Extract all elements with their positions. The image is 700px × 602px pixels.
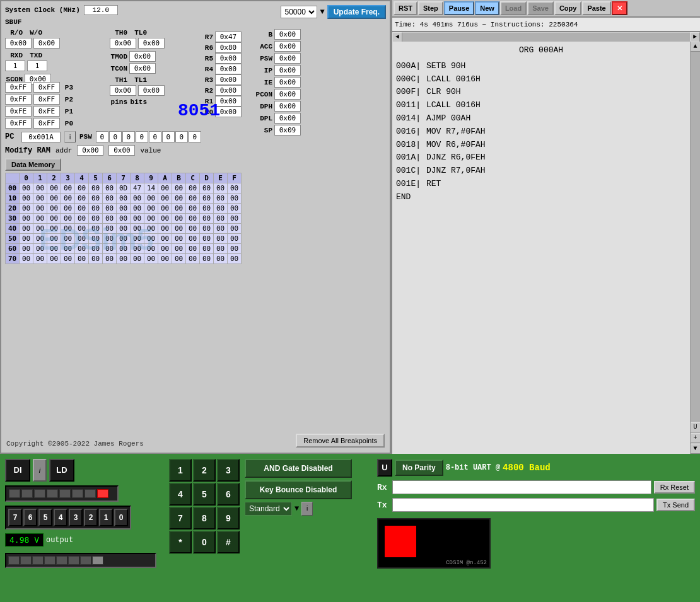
mem-cell-7-5[interactable]: 00 xyxy=(89,254,103,264)
close-button[interactable]: ✕ xyxy=(612,1,627,15)
mem-cell-7-4[interactable]: 00 xyxy=(75,254,89,264)
mem-cell-3-12[interactable]: 00 xyxy=(186,214,200,224)
scroll-down-button[interactable]: ▼ xyxy=(691,444,701,454)
led-2[interactable] xyxy=(34,489,45,498)
num-key-3[interactable]: 3 xyxy=(69,509,83,526)
rst-button[interactable]: RST xyxy=(394,1,417,15)
r5-input[interactable] xyxy=(215,53,242,64)
scroll-plus2[interactable]: + xyxy=(691,433,701,443)
mem-cell-4-10[interactable]: 00 xyxy=(158,224,172,234)
mem-cell-1-6[interactable]: 00 xyxy=(103,194,117,204)
mem-cell-2-10[interactable]: 00 xyxy=(158,204,172,214)
update-freq-button[interactable]: Update Freq. xyxy=(327,5,386,19)
num-key-5[interactable]: 5 xyxy=(38,509,52,526)
mem-cell-6-1[interactable]: 00 xyxy=(33,244,47,254)
mem-cell-4-5[interactable]: 00 xyxy=(89,224,103,234)
mem-cell-7-10[interactable]: 00 xyxy=(158,254,172,264)
mem-cell-1-11[interactable]: 00 xyxy=(172,194,186,204)
p0-pins[interactable] xyxy=(5,118,32,129)
mem-cell-4-2[interactable]: 00 xyxy=(47,224,61,234)
mem-cell-0-4[interactable]: 00 xyxy=(75,183,89,194)
pc-i-button[interactable]: i xyxy=(64,131,76,142)
p1-bits[interactable] xyxy=(33,106,60,117)
mem-cell-4-7[interactable]: 00 xyxy=(117,224,131,234)
mem-cell-6-12[interactable]: 00 xyxy=(186,244,200,254)
acc-input[interactable] xyxy=(274,41,301,52)
mem-cell-5-6[interactable]: 00 xyxy=(103,234,117,244)
mem-cell-6-7[interactable]: 00 xyxy=(117,244,131,254)
keypad-key-4[interactable]: 4 xyxy=(169,483,192,506)
mem-cell-1-2[interactable]: 00 xyxy=(47,194,61,204)
mem-cell-6-2[interactable]: 00 xyxy=(47,244,61,254)
mem-cell-5-14[interactable]: 00 xyxy=(214,234,228,244)
led-4[interactable] xyxy=(59,489,71,498)
mem-cell-0-8[interactable]: 47 xyxy=(131,183,144,194)
mem-cell-1-14[interactable]: 00 xyxy=(214,194,228,204)
mem-cell-6-8[interactable]: 00 xyxy=(131,244,144,254)
keypad-key-2[interactable]: 2 xyxy=(193,459,216,482)
mem-cell-7-7[interactable]: 00 xyxy=(117,254,131,264)
mem-cell-0-12[interactable]: 00 xyxy=(186,183,200,194)
tho-input[interactable] xyxy=(110,38,136,49)
mem-cell-5-11[interactable]: 00 xyxy=(172,234,186,244)
led-1[interactable] xyxy=(21,489,33,498)
keypad-key-5[interactable]: 5 xyxy=(193,483,216,506)
keypad-key-9[interactable]: 9 xyxy=(217,507,240,530)
mem-cell-3-8[interactable]: 00 xyxy=(131,214,144,224)
mem-cell-1-5[interactable]: 00 xyxy=(89,194,103,204)
mem-cell-5-4[interactable]: 00 xyxy=(75,234,89,244)
rx-reset-button[interactable]: Rx Reset xyxy=(654,481,695,494)
mem-cell-0-6[interactable]: 00 xyxy=(103,183,117,194)
mem-cell-6-3[interactable]: 00 xyxy=(61,244,75,254)
mem-cell-6-13[interactable]: 00 xyxy=(200,244,214,254)
mem-cell-6-5[interactable]: 00 xyxy=(89,244,103,254)
mem-cell-0-3[interactable]: 00 xyxy=(61,183,75,194)
keypad-key-1[interactable]: 1 xyxy=(169,459,192,482)
paste-button[interactable]: Paste xyxy=(582,1,610,15)
mem-cell-0-11[interactable]: 00 xyxy=(172,183,186,194)
mem-cell-4-11[interactable]: 00 xyxy=(172,224,186,234)
pc-input[interactable] xyxy=(21,132,61,142)
mem-cell-5-15[interactable]: 00 xyxy=(228,234,242,244)
mem-cell-7-12[interactable]: 00 xyxy=(186,254,200,264)
b-input[interactable] xyxy=(274,29,301,40)
num-key-4[interactable]: 4 xyxy=(54,509,67,526)
led-3[interactable] xyxy=(47,489,58,498)
code-scrollbar[interactable]: ▲ U + ▼ xyxy=(690,42,700,454)
r4-input[interactable] xyxy=(215,64,242,74)
sysclock-input[interactable] xyxy=(84,5,118,15)
mem-cell-7-6[interactable]: 00 xyxy=(103,254,117,264)
mem-cell-2-8[interactable]: 00 xyxy=(131,204,144,214)
mem-cell-1-8[interactable]: 00 xyxy=(131,194,144,204)
pause-button[interactable]: Pause xyxy=(444,1,474,15)
mem-cell-3-2[interactable]: 00 xyxy=(47,214,61,224)
r-o-input[interactable] xyxy=(5,38,32,49)
mem-cell-2-13[interactable]: 00 xyxy=(200,204,214,214)
mem-cell-0-14[interactable]: 00 xyxy=(214,183,228,194)
mem-cell-3-6[interactable]: 00 xyxy=(103,214,117,224)
mem-cell-7-0[interactable]: 00 xyxy=(20,254,33,264)
mem-cell-4-15[interactable]: 00 xyxy=(228,224,242,234)
mem-cell-6-15[interactable]: 00 xyxy=(228,244,242,254)
di-button[interactable]: DI xyxy=(5,459,30,482)
mem-cell-3-11[interactable]: 00 xyxy=(172,214,186,224)
led-6[interactable] xyxy=(85,489,96,498)
mem-cell-3-9[interactable]: 00 xyxy=(144,214,158,224)
mem-cell-6-10[interactable]: 00 xyxy=(158,244,172,254)
ld-button[interactable]: LD xyxy=(49,459,74,482)
addr-input[interactable] xyxy=(77,145,103,156)
mem-cell-7-11[interactable]: 00 xyxy=(172,254,186,264)
mem-cell-5-10[interactable]: 00 xyxy=(158,234,172,244)
mem-cell-4-4[interactable]: 00 xyxy=(75,224,89,234)
mem-cell-3-0[interactable]: 00 xyxy=(20,214,33,224)
uart-u-button[interactable]: U xyxy=(377,459,392,477)
mem-cell-4-14[interactable]: 00 xyxy=(214,224,228,234)
mem-cell-1-13[interactable]: 00 xyxy=(200,194,214,204)
p0-bits[interactable] xyxy=(33,118,60,129)
led-7[interactable] xyxy=(97,489,108,498)
mem-cell-6-6[interactable]: 00 xyxy=(103,244,117,254)
num-key-2[interactable]: 2 xyxy=(84,509,98,526)
save-button[interactable]: Save xyxy=(527,1,554,15)
num-key-1[interactable]: 1 xyxy=(99,509,113,526)
mem-cell-6-0[interactable]: 00 xyxy=(20,244,33,254)
